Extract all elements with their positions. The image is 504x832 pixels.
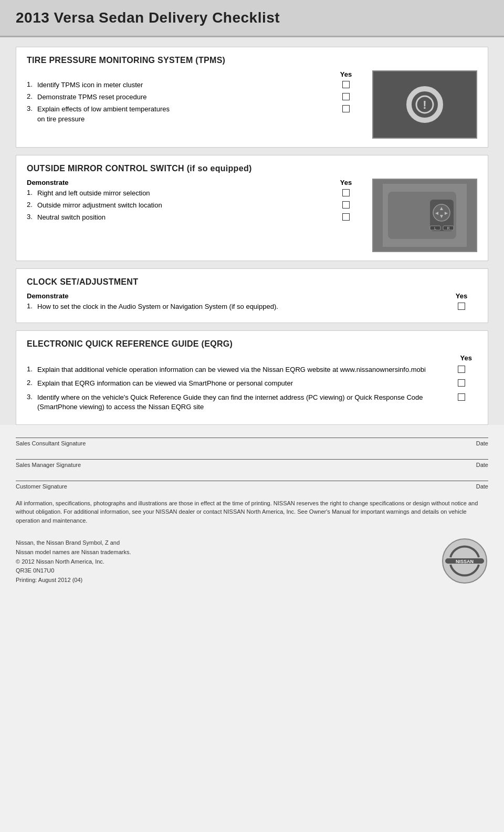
- sales-manager-date: Date: [476, 462, 488, 468]
- eqrg-item-3: 3. Identify where on the vehicle's Quick…: [27, 393, 477, 412]
- disclaimer-text: All information, specifications, photogr…: [16, 499, 488, 525]
- tpms-image: !: [372, 70, 477, 139]
- sales-manager-label: Sales Manager Signature: [16, 462, 81, 468]
- page-header: 2013 Versa Sedan Delivery Checklist: [0, 0, 504, 37]
- signature-section: Sales Consultant Signature Date Sales Ma…: [0, 432, 504, 490]
- footer-text: Nissan, the Nissan Brand Symbol, Z and N…: [16, 538, 131, 585]
- tpms-checkbox-1[interactable]: [342, 81, 350, 88]
- eqrg-checkbox-2[interactable]: [458, 379, 465, 387]
- tpms-title: TIRE PRESSURE MONITORING SYSTEM (TPMS): [27, 56, 477, 65]
- svg-text:R: R: [447, 226, 449, 230]
- svg-text:◄: ◄: [434, 210, 439, 216]
- mirror-item-1: 1. Right and left outside mirror selecti…: [27, 189, 362, 198]
- mirror-demonstrate-label: Demonstrate: [27, 179, 330, 186]
- svg-text:NISSAN: NISSAN: [456, 559, 474, 564]
- clock-yes-header: Yes: [446, 292, 477, 300]
- mirror-image: ▲ ▼ ◄ ► L R: [372, 179, 477, 252]
- tpms-checkbox-3[interactable]: [342, 105, 350, 112]
- sales-manager-sig: Sales Manager Signature Date: [16, 459, 488, 468]
- eqrg-checkbox-3[interactable]: [458, 393, 465, 401]
- nissan-logo: NISSAN: [441, 537, 488, 585]
- eqrg-yes-header: Yes: [27, 354, 477, 362]
- customer-label: Customer Signature: [16, 483, 67, 490]
- tpms-yes-header: Yes: [330, 70, 362, 78]
- mirror-checkbox-2[interactable]: [342, 201, 350, 209]
- mirror-item-3: 3. Neutral switch position: [27, 213, 362, 222]
- sales-consultant-label: Sales Consultant Signature: [16, 440, 86, 446]
- clock-item-1: 1. How to set the clock in the Audio Sys…: [27, 302, 477, 311]
- mirror-section: OUTSIDE MIRROR CONTROL SWITCH (if so equ…: [16, 155, 488, 261]
- svg-text:►: ►: [444, 210, 449, 216]
- tpms-checkbox-2[interactable]: [342, 93, 350, 100]
- eqrg-checkbox-1[interactable]: [458, 366, 465, 373]
- tpms-item-2: 2. Demonstrate TPMS reset procedure: [27, 92, 362, 102]
- sales-consultant-sig: Sales Consultant Signature Date: [16, 438, 488, 446]
- tpms-section: TIRE PRESSURE MONITORING SYSTEM (TPMS) Y…: [16, 47, 488, 148]
- tpms-item-1: 1. Identify TPMS icon in meter cluster: [27, 80, 362, 90]
- mirror-item-2: 2. Outside mirror adjustment switch loca…: [27, 201, 362, 210]
- page-title: 2013 Versa Sedan Delivery Checklist: [16, 9, 488, 26]
- mirror-checkbox-1[interactable]: [342, 189, 350, 196]
- clock-demonstrate-label: Demonstrate: [27, 292, 446, 300]
- footer: Nissan, the Nissan Brand Symbol, Z and N…: [0, 532, 504, 595]
- sales-consultant-date: Date: [476, 440, 488, 446]
- mirror-checkbox-3[interactable]: [342, 213, 350, 221]
- svg-text:!: !: [423, 98, 426, 111]
- mirror-yes-header: Yes: [330, 179, 362, 186]
- clock-section: CLOCK SET/ADJUSTMENT Demonstrate Yes 1. …: [16, 268, 488, 323]
- mirror-title: OUTSIDE MIRROR CONTROL SWITCH (if so equ…: [27, 164, 477, 173]
- eqrg-title: ELECTRONIC QUICK REFERENCE GUIDE (EQRG): [27, 339, 477, 349]
- customer-date: Date: [476, 483, 488, 490]
- mirror-switch-icon: ▲ ▼ ◄ ► L R: [383, 184, 467, 247]
- svg-text:L: L: [434, 226, 436, 230]
- customer-sig: Customer Signature Date: [16, 481, 488, 490]
- clock-checkbox-1[interactable]: [458, 303, 465, 310]
- eqrg-item-2: 2. Explain that EQRG information can be …: [27, 379, 477, 388]
- clock-title: CLOCK SET/ADJUSTMENT: [27, 277, 477, 287]
- tpms-item-3: 3. Explain effects of low ambient temper…: [27, 105, 362, 123]
- eqrg-section: ELECTRONIC QUICK REFERENCE GUIDE (EQRG) …: [16, 330, 488, 425]
- tpms-icon: !: [404, 84, 446, 126]
- eqrg-item-1: 1. Explain that additional vehicle opera…: [27, 365, 477, 375]
